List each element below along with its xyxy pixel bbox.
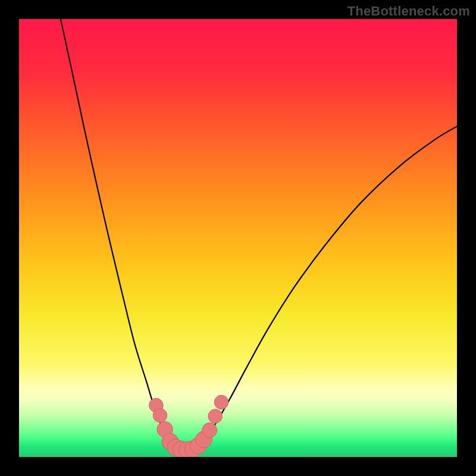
- marker-dot: [214, 395, 228, 409]
- watermark-text: TheBottleneck.com: [347, 4, 470, 19]
- marker-dot: [153, 408, 167, 422]
- curve-layer: [19, 19, 457, 457]
- plot-area: [19, 19, 457, 457]
- marker-dot: [202, 423, 217, 438]
- curve-left-branch: [61, 19, 177, 448]
- marker-dot: [208, 409, 223, 424]
- chart-frame: TheBottleneck.com: [0, 0, 476, 476]
- curve-right-branch: [194, 126, 457, 448]
- valley-markers: [149, 395, 228, 457]
